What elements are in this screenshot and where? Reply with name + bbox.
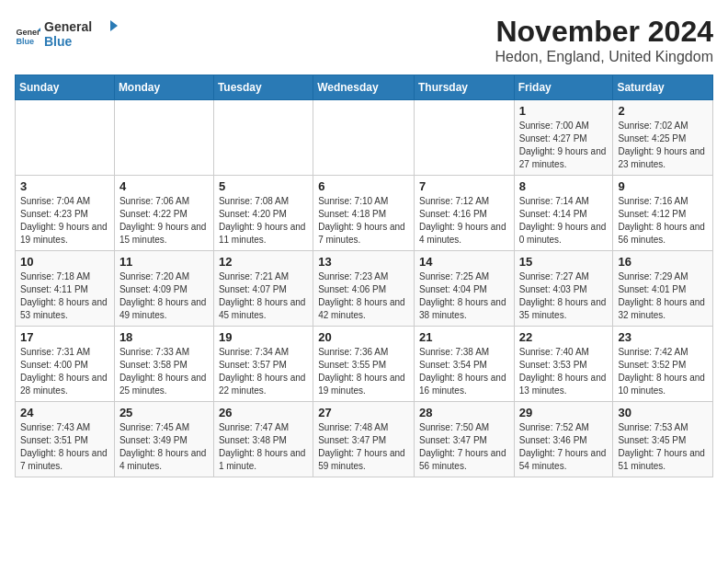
day-info: Sunrise: 7:40 AM Sunset: 3:53 PM Dayligh… [519,346,609,397]
day-number: 2 [618,104,708,118]
day-cell: 2Sunrise: 7:02 AM Sunset: 4:25 PM Daylig… [613,100,713,176]
day-info: Sunrise: 7:33 AM Sunset: 3:58 PM Dayligh… [119,346,209,397]
header-cell-thursday: Thursday [414,75,514,100]
day-number: 24 [20,406,109,419]
day-number: 13 [318,255,409,269]
day-info: Sunrise: 7:53 AM Sunset: 3:45 PM Dayligh… [618,421,708,473]
day-info: Sunrise: 7:42 AM Sunset: 3:52 PM Dayligh… [618,346,708,397]
day-number: 26 [219,406,308,419]
day-number: 6 [318,179,409,193]
day-info: Sunrise: 7:27 AM Sunset: 4:03 PM Dayligh… [519,270,609,322]
day-info: Sunrise: 7:34 AM Sunset: 3:57 PM Dayligh… [219,346,308,397]
day-cell: 1Sunrise: 7:00 AM Sunset: 4:27 PM Daylig… [514,100,613,176]
week-row-1: 1Sunrise: 7:00 AM Sunset: 4:27 PM Daylig… [16,100,713,176]
day-number: 20 [318,330,409,344]
day-cell: 16Sunrise: 7:29 AM Sunset: 4:01 PM Dayli… [613,251,713,327]
day-number: 11 [119,255,209,269]
day-cell: 24Sunrise: 7:43 AM Sunset: 3:51 PM Dayli… [16,402,115,477]
day-number: 3 [20,179,109,193]
logo-icon: General Blue [15,22,40,48]
day-number: 22 [519,330,609,344]
day-number: 29 [519,406,609,419]
day-cell: 5Sunrise: 7:08 AM Sunset: 4:20 PM Daylig… [213,176,313,251]
day-info: Sunrise: 7:38 AM Sunset: 3:54 PM Dayligh… [419,346,509,397]
svg-text:General: General [44,19,92,34]
week-row-2: 3Sunrise: 7:04 AM Sunset: 4:23 PM Daylig… [16,176,713,251]
day-number: 16 [618,255,708,269]
day-number: 17 [20,330,109,344]
day-info: Sunrise: 7:29 AM Sunset: 4:01 PM Dayligh… [618,270,708,322]
day-cell: 3Sunrise: 7:04 AM Sunset: 4:23 PM Daylig… [16,176,115,251]
day-cell: 17Sunrise: 7:31 AM Sunset: 4:00 PM Dayli… [16,327,115,402]
day-cell: 20Sunrise: 7:36 AM Sunset: 3:55 PM Dayli… [313,327,415,402]
day-info: Sunrise: 7:18 AM Sunset: 4:11 PM Dayligh… [20,270,109,322]
day-cell: 25Sunrise: 7:45 AM Sunset: 3:49 PM Dayli… [114,402,213,477]
day-info: Sunrise: 7:20 AM Sunset: 4:09 PM Dayligh… [119,270,209,322]
day-cell: 19Sunrise: 7:34 AM Sunset: 3:57 PM Dayli… [213,327,313,402]
day-info: Sunrise: 7:14 AM Sunset: 4:14 PM Dayligh… [519,195,609,247]
month-title: November 2024 [495,15,714,49]
day-cell: 4Sunrise: 7:06 AM Sunset: 4:22 PM Daylig… [114,176,213,251]
location-title: Hedon, England, United Kingdom [495,49,714,65]
day-number: 18 [119,330,209,344]
day-info: Sunrise: 7:12 AM Sunset: 4:16 PM Dayligh… [419,195,509,247]
day-info: Sunrise: 7:10 AM Sunset: 4:18 PM Dayligh… [318,195,409,247]
day-cell [213,100,313,176]
day-info: Sunrise: 7:47 AM Sunset: 3:48 PM Dayligh… [219,421,308,473]
header-cell-saturday: Saturday [613,75,713,100]
day-number: 25 [119,406,209,419]
day-cell: 8Sunrise: 7:14 AM Sunset: 4:14 PM Daylig… [514,176,613,251]
day-cell [16,100,115,176]
day-info: Sunrise: 7:06 AM Sunset: 4:22 PM Dayligh… [119,195,209,247]
day-cell: 14Sunrise: 7:25 AM Sunset: 4:04 PM Dayli… [414,251,514,327]
day-cell [313,100,415,176]
svg-marker-5 [110,20,118,31]
title-area: November 2024 Hedon, England, United Kin… [495,15,714,65]
day-info: Sunrise: 7:23 AM Sunset: 4:06 PM Dayligh… [318,270,409,322]
day-cell: 26Sunrise: 7:47 AM Sunset: 3:48 PM Dayli… [213,402,313,477]
day-cell: 29Sunrise: 7:52 AM Sunset: 3:46 PM Dayli… [514,402,613,477]
day-cell: 30Sunrise: 7:53 AM Sunset: 3:45 PM Dayli… [613,402,713,477]
day-info: Sunrise: 7:21 AM Sunset: 4:07 PM Dayligh… [219,270,308,322]
day-info: Sunrise: 7:02 AM Sunset: 4:25 PM Dayligh… [618,120,708,171]
day-cell: 28Sunrise: 7:50 AM Sunset: 3:47 PM Dayli… [414,402,514,477]
day-info: Sunrise: 7:45 AM Sunset: 3:49 PM Dayligh… [119,421,209,473]
day-cell: 12Sunrise: 7:21 AM Sunset: 4:07 PM Dayli… [213,251,313,327]
day-cell: 7Sunrise: 7:12 AM Sunset: 4:16 PM Daylig… [414,176,514,251]
day-cell: 13Sunrise: 7:23 AM Sunset: 4:06 PM Dayli… [313,251,415,327]
day-info: Sunrise: 7:31 AM Sunset: 4:00 PM Dayligh… [20,346,109,397]
svg-text:General: General [16,28,40,37]
header-cell-sunday: Sunday [16,75,115,100]
day-cell: 21Sunrise: 7:38 AM Sunset: 3:54 PM Dayli… [414,327,514,402]
day-number: 23 [618,330,708,344]
day-info: Sunrise: 7:52 AM Sunset: 3:46 PM Dayligh… [519,421,609,473]
day-info: Sunrise: 7:16 AM Sunset: 4:12 PM Dayligh… [618,195,708,247]
day-cell: 27Sunrise: 7:48 AM Sunset: 3:47 PM Dayli… [313,402,415,477]
day-cell: 15Sunrise: 7:27 AM Sunset: 4:03 PM Dayli… [514,251,613,327]
day-cell: 10Sunrise: 7:18 AM Sunset: 4:11 PM Dayli… [16,251,115,327]
day-number: 15 [519,255,609,269]
day-number: 4 [119,179,209,193]
day-number: 9 [618,179,708,193]
day-number: 12 [219,255,308,269]
day-number: 21 [419,330,509,344]
day-info: Sunrise: 7:50 AM Sunset: 3:47 PM Dayligh… [419,421,509,473]
header-cell-tuesday: Tuesday [213,75,313,100]
day-cell: 9Sunrise: 7:16 AM Sunset: 4:12 PM Daylig… [613,176,713,251]
day-number: 1 [519,104,609,118]
day-number: 28 [419,406,509,419]
week-row-3: 10Sunrise: 7:18 AM Sunset: 4:11 PM Dayli… [16,251,713,327]
day-cell: 18Sunrise: 7:33 AM Sunset: 3:58 PM Dayli… [114,327,213,402]
day-cell: 22Sunrise: 7:40 AM Sunset: 3:53 PM Dayli… [514,327,613,402]
day-number: 5 [219,179,308,193]
header-cell-monday: Monday [114,75,213,100]
day-info: Sunrise: 7:00 AM Sunset: 4:27 PM Dayligh… [519,120,609,171]
week-row-4: 17Sunrise: 7:31 AM Sunset: 4:00 PM Dayli… [16,327,713,402]
page-header: General Blue General Blue November 2024 … [15,15,713,65]
day-number: 8 [519,179,609,193]
day-number: 19 [219,330,308,344]
header-cell-wednesday: Wednesday [313,75,415,100]
day-cell [114,100,213,176]
svg-text:Blue: Blue [16,37,34,46]
day-info: Sunrise: 7:25 AM Sunset: 4:04 PM Dayligh… [419,270,509,322]
